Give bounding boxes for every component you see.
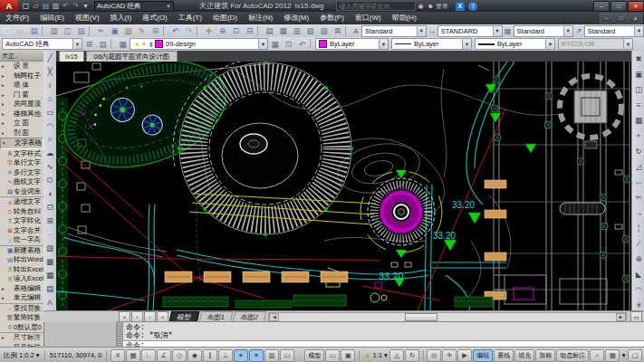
cut-icon[interactable]: ✂ bbox=[94, 25, 108, 36]
workspace-settings-icon[interactable]: ⊞ bbox=[82, 39, 96, 50]
minimize-button[interactable]: ─ bbox=[593, 1, 610, 12]
close-button[interactable]: ✕ bbox=[628, 1, 644, 12]
dyn-toggle[interactable]: ⌖ bbox=[234, 349, 248, 362]
menu-from-excel[interactable]: X 读入Excel bbox=[0, 274, 43, 284]
model-space-button[interactable]: 模型 bbox=[304, 349, 324, 362]
plot-preview-icon[interactable]: ◫ bbox=[61, 25, 74, 36]
menu-text-table[interactable]: ▾ 文字表格 bbox=[0, 138, 43, 149]
drawing-file-tab[interactable]: lx15 bbox=[59, 51, 84, 62]
transparency-toggle[interactable]: ▥ bbox=[264, 349, 279, 362]
annotation-autoscale-icon[interactable]: ↻ bbox=[405, 349, 419, 362]
menu-format[interactable]: 格式(O) bbox=[137, 12, 173, 24]
menu-trad-simp[interactable]: 繁 繁简转换 bbox=[0, 313, 43, 323]
undo-icon[interactable]: ↶ bbox=[168, 25, 182, 36]
qat-new-icon[interactable]: ▢ bbox=[21, 1, 31, 11]
lineweight-combo[interactable]: ByLayer ▼ bbox=[475, 38, 555, 50]
match-properties-icon[interactable]: ✎ bbox=[135, 25, 149, 36]
open-icon[interactable]: ▱ bbox=[14, 25, 27, 36]
linetype-combo[interactable]: ByLayer ▼ bbox=[391, 38, 472, 50]
paste-icon[interactable]: ▨ bbox=[121, 25, 135, 36]
quick-view-drawings-icon[interactable]: ▭ bbox=[325, 349, 340, 362]
menu-modify[interactable]: 修改(M) bbox=[278, 12, 314, 24]
dynamic-dim-toggle[interactable]: 动态标注 bbox=[556, 349, 589, 362]
make-block-icon[interactable]: ⊞ bbox=[44, 214, 56, 227]
ortho-toggle[interactable]: ∟ bbox=[141, 349, 156, 362]
grid-display-icon[interactable]: ▦ bbox=[605, 349, 620, 362]
plot-icon[interactable]: ▥ bbox=[47, 25, 61, 36]
zoom-window-icon[interactable]: ⊡ bbox=[229, 25, 243, 36]
polygon-icon[interactable]: ⌂ bbox=[44, 91, 56, 105]
qat-redo-icon[interactable]: ↷ bbox=[71, 1, 81, 11]
qat-save-icon[interactable]: ▤ bbox=[41, 1, 51, 11]
table-icon[interactable]: ▤ bbox=[44, 281, 56, 295]
signin-label[interactable]: 登录 bbox=[436, 2, 448, 11]
baseline-toggle[interactable]: 基线 bbox=[494, 349, 514, 362]
publish-icon[interactable]: ▧ bbox=[74, 25, 88, 36]
show-motion-icon[interactable]: ▶ bbox=[457, 349, 472, 362]
layer-combo[interactable]: ●☀▮ 09-design ▼ bbox=[130, 38, 268, 50]
menu-tools[interactable]: 工具(T) bbox=[173, 12, 207, 24]
ellipse-icon[interactable]: ∅ bbox=[44, 173, 56, 186]
search-binoculars-icon[interactable]: ◉ bbox=[418, 3, 423, 10]
qat-undo-icon[interactable]: ↶ bbox=[61, 1, 71, 11]
otrack-toggle[interactable]: ∥ bbox=[203, 349, 217, 362]
osnap-toggle[interactable]: ◇ bbox=[172, 349, 187, 362]
pan-tool-icon[interactable]: ✛ bbox=[442, 349, 457, 362]
quick-properties-toggle[interactable]: ▭ bbox=[280, 349, 294, 362]
layer-properties-icon[interactable]: ▦ bbox=[268, 39, 282, 50]
break-at-point-icon[interactable]: ¦ bbox=[633, 220, 644, 235]
menu-window[interactable]: 窗口(W) bbox=[350, 12, 387, 24]
tool-palettes-icon[interactable]: ▥ bbox=[290, 25, 303, 36]
menu-axis-grid[interactable]: ▸ 轴网柱子 bbox=[0, 71, 43, 81]
layer-on-bulb-icon[interactable]: ● bbox=[133, 41, 140, 48]
osnap3d-toggle[interactable]: ◆ bbox=[187, 349, 202, 362]
menu-help[interactable]: 帮助(H) bbox=[387, 12, 422, 24]
scroll-right-icon[interactable]: ▶ bbox=[616, 313, 626, 321]
hatch-icon[interactable]: ▨ bbox=[44, 241, 56, 254]
qat-plot-icon[interactable]: ▥ bbox=[51, 1, 61, 11]
tarch-scale-control[interactable]: 比例 1:0.2 ▾ bbox=[2, 351, 42, 360]
rectangle-icon[interactable]: ▭ bbox=[44, 105, 56, 119]
menu-curve-text[interactable]: ∿ 曲线文字 bbox=[0, 177, 43, 187]
quickcalc-icon[interactable]: ⊠ bbox=[331, 25, 344, 36]
quick-view-layouts-icon[interactable]: ▣ bbox=[341, 349, 355, 362]
doc-minimize-button[interactable]: ─ bbox=[600, 13, 613, 24]
workspace-switcher[interactable]: AutoCAD 经典 ▼ bbox=[94, 1, 174, 12]
annotation-visibility-icon[interactable]: ◬ bbox=[389, 349, 404, 362]
doc-restore-button[interactable]: □ bbox=[614, 13, 628, 24]
mirror-icon[interactable]: ◫ bbox=[633, 81, 644, 97]
designcenter-icon[interactable]: ▦ bbox=[276, 25, 290, 36]
mleader-style-combo[interactable]: Standard▼ bbox=[584, 25, 644, 37]
text-style-combo[interactable]: Standard▼ bbox=[361, 25, 427, 37]
signin-user-icon[interactable]: ☻ bbox=[428, 3, 434, 9]
new-icon[interactable]: ▢ bbox=[0, 25, 14, 36]
zoom-realtime-icon[interactable]: ⊕ bbox=[216, 25, 229, 36]
table-style-combo[interactable]: Standard▼ bbox=[514, 25, 573, 37]
layer-lock-icon[interactable]: ▮ bbox=[148, 41, 155, 48]
layer-previous-icon[interactable]: ↶ bbox=[295, 39, 309, 50]
steering-wheel-icon[interactable]: ◎ bbox=[427, 349, 441, 362]
menu-pro-words[interactable]: ▤ 专业词库 bbox=[0, 187, 43, 197]
copy-icon[interactable]: ▣ bbox=[633, 66, 644, 81]
menu-door-window[interactable]: ▸ 门 窗 bbox=[0, 90, 43, 100]
array-icon[interactable]: ▦ bbox=[633, 112, 644, 128]
drawing-canvas[interactable]: 33.20 33.20 33.20 bbox=[56, 62, 631, 310]
restore-button[interactable]: □ bbox=[610, 1, 627, 12]
menu-default-layer[interactable]: 0 0默认层0 bbox=[0, 323, 43, 333]
annotation-scale-button[interactable]: ▲ 1:1 ▾ bbox=[362, 351, 389, 359]
region-icon[interactable]: ▦ bbox=[44, 268, 56, 281]
layer-properties-manager-icon[interactable]: ▦ bbox=[116, 39, 130, 50]
polar-toggle[interactable]: ∠ bbox=[157, 349, 171, 362]
coordinates-display[interactable]: 517110, 30974, 0 bbox=[48, 351, 104, 359]
scroll-left-icon[interactable]: ◀ bbox=[269, 313, 279, 321]
menu-unify-height[interactable]: ↕ 统一字高 bbox=[0, 235, 43, 245]
extend-icon[interactable]: → bbox=[633, 205, 644, 220]
menu-file[interactable]: 文件(F) bbox=[0, 12, 34, 24]
site-plan-svg[interactable]: 33.20 33.20 33.20 bbox=[56, 62, 631, 310]
offset-icon[interactable]: ≡ bbox=[633, 97, 644, 112]
save-icon[interactable]: ▤ bbox=[27, 25, 41, 36]
menu-draw[interactable]: 绘图(D) bbox=[207, 12, 243, 24]
command-window[interactable]: 命令: 命令: *取消* 命令: bbox=[116, 321, 644, 348]
menu-edit[interactable]: 编辑(E) bbox=[34, 12, 70, 24]
pan-icon[interactable]: ✛ bbox=[202, 25, 216, 36]
